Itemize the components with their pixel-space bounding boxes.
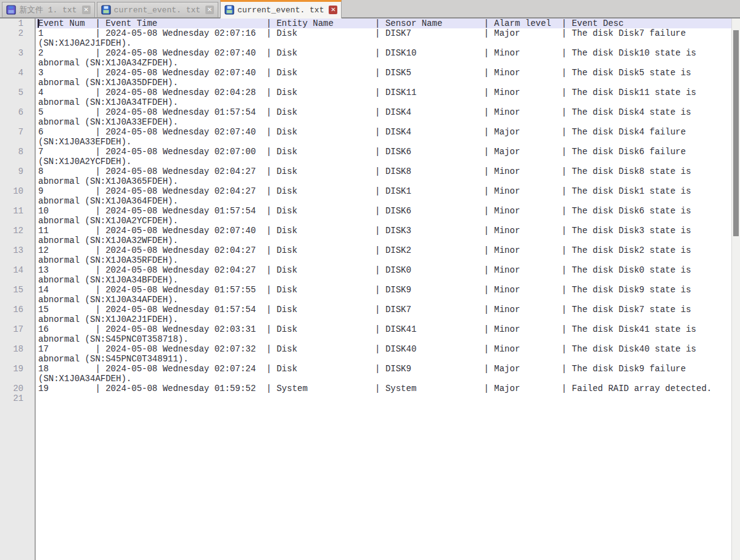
line-number: 9: [0, 167, 36, 186]
editor-line-text[interactable]: 10 | 2024-05-08 Wednesday 01:57:54 | Dis…: [36, 206, 731, 226]
line-number: 15: [0, 285, 36, 305]
editor-line: 1211 | 2024-05-08 Wednesday 02:07:40 | D…: [0, 226, 731, 245]
editor-line: 1716 | 2024-05-08 Wednesday 02:03:31 | D…: [0, 324, 731, 344]
line-number: 13: [0, 245, 36, 265]
line-number: 20: [0, 384, 36, 393]
editor-line-text[interactable]: 8 | 2024-05-08 Wednesday 02:04:27 | Disk…: [36, 167, 731, 186]
editor-line: 1918 | 2024-05-08 Wednesday 02:07:24 | D…: [0, 364, 731, 384]
tab-close-icon[interactable]: ✕: [205, 6, 214, 14]
line-number: 5: [0, 88, 36, 107]
editor-line: 87 | 2024-05-08 Wednesday 02:07:00 | Dis…: [0, 147, 731, 167]
line-number: 2: [0, 28, 36, 48]
line-number: 19: [0, 364, 36, 384]
tab-current-event-1[interactable]: current_event. txt ✕: [97, 2, 218, 17]
line-number: 1: [0, 19, 36, 28]
editor-line: 21: [0, 393, 731, 403]
line-number: 7: [0, 127, 36, 147]
editor-line-text[interactable]: 15 | 2024-05-08 Wednesday 01:57:54 | Dis…: [36, 305, 731, 324]
text-content: 1Event Num | Event Time | Entity Name | …: [0, 19, 731, 403]
editor-line: 1615 | 2024-05-08 Wednesday 01:57:54 | D…: [0, 305, 731, 324]
editor-line: 65 | 2024-05-08 Wednesday 01:57:54 | Dis…: [0, 107, 731, 127]
editor-line-text[interactable]: 6 | 2024-05-08 Wednesday 02:07:40 | Disk…: [36, 127, 731, 147]
editor-line-text[interactable]: 2 | 2024-05-08 Wednesday 02:07:40 | Disk…: [36, 48, 731, 68]
editor-line: 1110 | 2024-05-08 Wednesday 01:57:54 | D…: [0, 206, 731, 226]
editor-line: 2019 | 2024-05-08 Wednesday 01:59:52 | S…: [0, 384, 731, 393]
editor-line-text[interactable]: 5 | 2024-05-08 Wednesday 01:57:54 | Disk…: [36, 107, 731, 127]
editor-line-text[interactable]: 1 | 2024-05-08 Wednesday 02:07:16 | Disk…: [36, 28, 731, 48]
editor-line-text[interactable]: 19 | 2024-05-08 Wednesday 01:59:52 | Sys…: [36, 384, 731, 393]
line-number: 11: [0, 206, 36, 226]
editor-line-text[interactable]: 18 | 2024-05-08 Wednesday 02:07:24 | Dis…: [36, 364, 731, 384]
editor-line: 1Event Num | Event Time | Entity Name | …: [0, 19, 731, 28]
editor-line: 109 | 2024-05-08 Wednesday 02:04:27 | Di…: [0, 186, 731, 206]
tab-label: current_event. txt: [237, 6, 324, 15]
line-number: 8: [0, 147, 36, 167]
editor-line: 1312 | 2024-05-08 Wednesday 02:04:27 | D…: [0, 245, 731, 265]
line-number: 14: [0, 265, 36, 285]
editor-line: 1514 | 2024-05-08 Wednesday 01:57:55 | D…: [0, 285, 731, 305]
tab-bar: 新文件 1. txt ✕ current_event. txt ✕ curren…: [0, 0, 740, 19]
editor-area: 1Event Num | Event Time | Entity Name | …: [0, 19, 740, 560]
editor-line: 1817 | 2024-05-08 Wednesday 02:07:32 | D…: [0, 344, 731, 364]
scrollbar-thumb[interactable]: [733, 30, 739, 236]
line-number: 21: [0, 393, 36, 403]
line-number: 3: [0, 48, 36, 68]
text-caret: [38, 19, 39, 28]
line-number: 18: [0, 344, 36, 364]
editor-line-text[interactable]: 16 | 2024-05-08 Wednesday 02:03:31 | Dis…: [36, 324, 731, 344]
tab-close-icon[interactable]: ✕: [82, 6, 91, 14]
floppy-disk-icon: [101, 5, 111, 15]
editor-line-text[interactable]: 4 | 2024-05-08 Wednesday 02:04:28 | Disk…: [36, 88, 731, 107]
tab-current-event-2-active[interactable]: current_event. txt ✕: [220, 0, 342, 19]
line-number: 12: [0, 226, 36, 245]
editor-line-text[interactable]: 7 | 2024-05-08 Wednesday 02:07:00 | Disk…: [36, 147, 731, 167]
editor-line: 32 | 2024-05-08 Wednesday 02:07:40 | Dis…: [0, 48, 731, 68]
editor-line: 76 | 2024-05-08 Wednesday 02:07:40 | Dis…: [0, 127, 731, 147]
editor-line-text[interactable]: 17 | 2024-05-08 Wednesday 02:07:32 | Dis…: [36, 344, 731, 364]
tab-label: current_event. txt: [114, 6, 200, 15]
line-number: 10: [0, 186, 36, 206]
editor-line-text[interactable]: Event Num | Event Time | Entity Name | S…: [36, 19, 731, 28]
text-editor-window: 新文件 1. txt ✕ current_event. txt ✕ curren…: [0, 0, 740, 560]
tab-new-file-1[interactable]: 新文件 1. txt ✕: [2, 2, 95, 17]
floppy-disk-icon: [6, 5, 16, 15]
editor-line-text[interactable]: 11 | 2024-05-08 Wednesday 02:07:40 | Dis…: [36, 226, 731, 245]
editor-line: 21 | 2024-05-08 Wednesday 02:07:16 | Dis…: [0, 28, 731, 48]
editor-line-text[interactable]: 9 | 2024-05-08 Wednesday 02:04:27 | Disk…: [36, 186, 731, 206]
tab-label: 新文件 1. txt: [19, 4, 77, 15]
line-number: 17: [0, 324, 36, 344]
vertical-scrollbar[interactable]: [731, 19, 740, 560]
tab-close-icon[interactable]: ✕: [329, 6, 337, 14]
editor-line-text[interactable]: 14 | 2024-05-08 Wednesday 01:57:55 | Dis…: [36, 285, 731, 305]
editor-line: 54 | 2024-05-08 Wednesday 02:04:28 | Dis…: [0, 88, 731, 107]
editor-line: 1413 | 2024-05-08 Wednesday 02:04:27 | D…: [0, 265, 731, 285]
editor-line: 43 | 2024-05-08 Wednesday 02:07:40 | Dis…: [0, 68, 731, 88]
editor-line-text[interactable]: 12 | 2024-05-08 Wednesday 02:04:27 | Dis…: [36, 245, 731, 265]
line-number: 16: [0, 305, 36, 324]
line-number: 6: [0, 107, 36, 127]
editor-line-text[interactable]: [36, 393, 731, 403]
editor-line-text[interactable]: 13 | 2024-05-08 Wednesday 02:04:27 | Dis…: [36, 265, 731, 285]
editor-line: 98 | 2024-05-08 Wednesday 02:04:27 | Dis…: [0, 167, 731, 186]
line-number: 4: [0, 68, 36, 88]
floppy-disk-icon: [224, 5, 234, 15]
editor-line-text[interactable]: 3 | 2024-05-08 Wednesday 02:07:40 | Disk…: [36, 68, 731, 88]
